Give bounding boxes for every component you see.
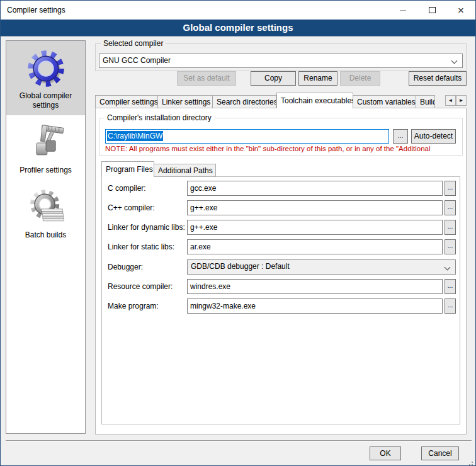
delete-button[interactable]: Delete — [340, 71, 380, 86]
cpp-compiler-browse-button[interactable]: ... — [445, 200, 456, 215]
tab-scroll-left-button[interactable]: ◄ — [445, 95, 456, 106]
install-dir-selected-text: C:\raylib\MinGW — [107, 131, 163, 141]
tab-toolchain-executables[interactable]: Toolchain executables — [276, 93, 353, 108]
c-compiler-input[interactable] — [187, 181, 443, 196]
sidebar-item-batch-builds[interactable]: Batch builds — [6, 180, 85, 245]
maximize-icon — [429, 7, 436, 13]
settings-tabbar: Compiler settings Linker settings Search… — [95, 93, 435, 108]
dynamic-linker-label: Linker for dynamic libs: — [108, 223, 185, 232]
window-title: Compiler settings — [7, 6, 65, 14]
sidebar-item-profiler-settings[interactable]: Profiler settings — [6, 115, 85, 180]
arrow-right-icon: ► — [459, 98, 464, 103]
subtab-additional-paths[interactable]: Additional Paths — [154, 164, 216, 177]
static-linker-browse-button[interactable]: ... — [445, 239, 456, 254]
caliper-icon — [25, 122, 67, 164]
cpp-compiler-label: C++ compiler: — [108, 203, 155, 212]
compiler-select[interactable]: GNU GCC Compiler — [99, 54, 463, 68]
c-compiler-browse-button[interactable]: ... — [445, 181, 456, 196]
chevron-down-icon — [451, 58, 458, 64]
minimize-icon — [400, 10, 406, 11]
installation-directory-group-label: Compiler's installation directory — [105, 113, 214, 122]
ok-button[interactable]: OK — [370, 446, 401, 460]
sidebar-item-label: Profiler settings — [8, 166, 84, 175]
set-as-default-button[interactable]: Set as default — [177, 71, 236, 86]
compiler-settings-dialog: Compiler settings × Global compiler sett… — [0, 0, 476, 466]
tab-linker-settings[interactable]: Linker settings — [158, 95, 213, 108]
page-title: Global compiler settings — [1, 20, 475, 37]
maximize-button[interactable] — [417, 1, 446, 20]
dynamic-linker-input[interactable] — [187, 220, 443, 235]
sidebar-item-global-compiler-settings[interactable]: Global compiler settings — [6, 41, 85, 115]
resource-compiler-input[interactable] — [187, 279, 443, 294]
grey-gear-stack-icon — [25, 186, 67, 229]
c-compiler-label: C compiler: — [108, 184, 146, 193]
static-linker-input[interactable] — [187, 239, 443, 254]
dynamic-linker-browse-button[interactable]: ... — [445, 220, 456, 235]
debugger-select-value: GDB/CDB debugger : Default — [191, 262, 290, 271]
close-icon: × — [458, 5, 464, 16]
resource-compiler-browse-button[interactable]: ... — [445, 279, 456, 294]
tab-custom-variables[interactable]: Custom variables — [353, 95, 416, 108]
cancel-button[interactable]: Cancel — [421, 446, 459, 460]
titlebar[interactable]: Compiler settings × — [1, 1, 475, 20]
tab-compiler-settings[interactable]: Compiler settings — [95, 95, 158, 108]
copy-button[interactable]: Copy — [251, 71, 296, 86]
tab-scroll-right-button[interactable]: ► — [456, 95, 467, 106]
chevron-down-icon — [445, 264, 451, 271]
close-button[interactable]: × — [446, 1, 475, 20]
make-program-browse-button[interactable]: ... — [445, 298, 456, 314]
resize-grip[interactable] — [472, 462, 473, 463]
autodetect-button[interactable]: Auto-detect — [411, 129, 456, 144]
install-dir-input[interactable]: C:\raylib\MinGW — [105, 129, 389, 144]
debugger-label: Debugger: — [108, 263, 143, 271]
reset-defaults-button[interactable]: Reset defaults — [409, 71, 467, 86]
minimize-button[interactable] — [388, 1, 417, 20]
tab-search-directories[interactable]: Search directories — [213, 95, 276, 108]
settings-category-list: Global compiler settings Profi — [6, 40, 86, 434]
selected-compiler-group-label: Selected compiler — [101, 39, 166, 48]
cpp-compiler-input[interactable] — [187, 200, 443, 215]
bin-subdirectory-note: NOTE: All programs must exist either in … — [105, 145, 462, 152]
make-program-label: Make program: — [108, 302, 159, 310]
subtab-program-files[interactable]: Program Files — [101, 161, 154, 177]
debugger-select[interactable]: GDB/CDB debugger : Default — [187, 259, 456, 275]
static-linker-label: Linker for static libs: — [108, 242, 174, 251]
tab-build-options[interactable]: Build options — [416, 95, 435, 108]
install-dir-browse-button[interactable]: ... — [393, 129, 408, 144]
make-program-input[interactable] — [187, 298, 443, 314]
footer-divider — [6, 440, 472, 441]
toolchain-subtabbar: Program Files Additional Paths — [101, 161, 216, 177]
arrow-left-icon: ◄ — [448, 98, 453, 103]
blue-gear-icon — [25, 47, 67, 90]
compiler-select-value: GNU GCC Compiler — [103, 56, 171, 65]
sidebar-item-label: Global compiler settings — [8, 91, 84, 110]
sidebar-item-label: Batch builds — [8, 230, 84, 240]
resource-compiler-label: Resource compiler: — [108, 282, 173, 291]
rename-button[interactable]: Rename — [298, 71, 337, 86]
